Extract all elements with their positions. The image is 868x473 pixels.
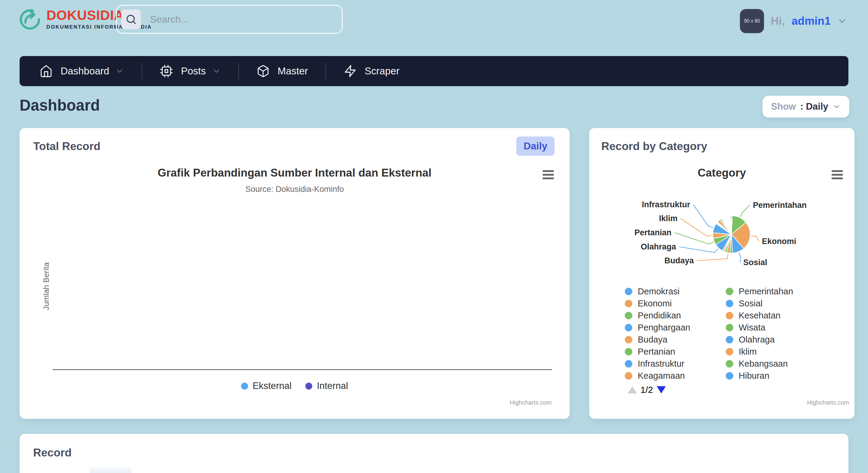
pie-connector-olahraga <box>679 247 718 252</box>
category-pie-chart: PemerintahanEkonomiSosialBudayaOlahragaP… <box>600 193 844 283</box>
legend-dot <box>625 300 632 307</box>
pie-chart-title: Category <box>589 167 855 179</box>
legend-item-internal[interactable]: Internal <box>305 380 348 391</box>
category-legend: DemokrasiEkonomiPendidikanPenghargaanBud… <box>625 285 836 382</box>
highcharts-credits-link[interactable]: Highcharts.com <box>510 399 552 406</box>
category-legend-item-penghargaan[interactable]: Penghargaan <box>625 321 724 334</box>
chevron-down-icon[interactable] <box>837 16 847 26</box>
category-legend-item-demokrasi[interactable]: Demokrasi <box>625 285 724 297</box>
pie-data-label-infrastruktur: Infrastruktur <box>642 200 690 209</box>
category-legend-item-budaya[interactable]: Budaya <box>625 334 724 346</box>
pie-data-label-ekonomi: Ekonomi <box>762 237 796 246</box>
legend-label: Penghargaan <box>638 323 690 333</box>
chevron-down-icon <box>832 102 841 111</box>
logo-icon <box>19 8 41 31</box>
zap-icon <box>344 64 357 78</box>
category-legend-item-pertanian[interactable]: Pertanian <box>625 346 724 357</box>
record-by-category-card: Record by Category Category Pemerintahan… <box>589 128 855 419</box>
highcharts-credits-link[interactable]: Highcharts.com <box>807 399 849 406</box>
legend-label: Kebangsaan <box>739 359 788 369</box>
legend-page-indicator: 1/2 <box>641 385 653 395</box>
legend-dot <box>305 383 312 389</box>
nav-label: Scraper <box>365 65 400 77</box>
home-icon <box>39 64 53 78</box>
pie-connector-sosial <box>739 252 741 262</box>
legend-label: Pemerintahan <box>739 286 793 296</box>
chart-menu-button[interactable] <box>541 169 555 181</box>
category-legend-item-olahraga[interactable]: Olahraga <box>726 334 825 346</box>
nav-item-dashboard[interactable]: Dashboard <box>39 56 142 86</box>
legend-label: Demokrasi <box>638 286 680 296</box>
legend-dot <box>726 300 733 307</box>
category-legend-item-hiburan[interactable]: Hiburan <box>726 370 825 382</box>
legend-dot <box>241 383 248 389</box>
pie-slice-segment-18[interactable] <box>731 216 732 234</box>
category-legend-item-kesehatan[interactable]: Kesehatan <box>726 309 825 321</box>
nav-label: Dashboard <box>61 65 109 77</box>
x-axis-line <box>53 369 552 370</box>
category-legend-item-kebangsaan[interactable]: Kebangsaan <box>726 357 825 370</box>
greeting-text: Hi, <box>771 15 785 27</box>
search-icon[interactable] <box>121 9 141 29</box>
nav-item-scraper[interactable]: Scraper <box>326 56 417 86</box>
avatar[interactable]: 90 x 90 <box>740 9 764 33</box>
username-text: admin1 <box>792 15 831 27</box>
show-filter-dropdown[interactable]: Show : Daily <box>763 96 849 118</box>
legend-dot <box>726 348 733 355</box>
legend-prev-button[interactable] <box>628 386 637 393</box>
user-menu[interactable]: 90 x 90 Hi, admin1 <box>740 9 847 33</box>
category-legend-item-pemerintahan[interactable]: Pemerintahan <box>726 285 825 297</box>
category-legend-item-infrastruktur[interactable]: Infrastruktur <box>625 357 724 370</box>
legend-dot <box>726 288 733 295</box>
legend-label: Olahraga <box>739 335 775 345</box>
pie-data-label-sosial: Sosial <box>743 258 767 267</box>
search-input[interactable] <box>150 14 338 25</box>
record-tab-button[interactable] <box>90 467 132 473</box>
card-title-record: Record <box>33 446 71 459</box>
legend-dot <box>726 312 733 319</box>
chart-subtitle: Source: Dokusidia-Kominfo <box>20 185 569 194</box>
category-legend-item-sosial[interactable]: Sosial <box>726 297 825 309</box>
legend-label: Budaya <box>638 335 667 345</box>
legend-label: Infrastruktur <box>638 359 684 369</box>
show-filter-label: Show <box>771 101 796 112</box>
pie-connector-infrastruktur <box>693 204 713 228</box>
total-record-card: Total Record Daily Grafik Perbandingan S… <box>20 128 569 419</box>
page-title: Dashboard <box>20 96 100 114</box>
pie-data-label-pertanian: Pertanian <box>634 228 672 237</box>
legend-label: Kesehatan <box>739 311 781 321</box>
category-legend-item-iklim[interactable]: Iklim <box>726 346 825 357</box>
pie-data-label-pemerintahan: Pemerintahan <box>753 201 807 210</box>
chart-title: Grafik Perbandingan Sumber Internal dan … <box>20 167 569 179</box>
legend-dot <box>726 360 733 368</box>
card-title-total-record: Total Record <box>33 140 100 153</box>
legend-label: Pertanian <box>638 347 675 357</box>
category-legend-item-ekonomi[interactable]: Ekonomi <box>625 297 724 309</box>
legend-dot <box>625 288 632 295</box>
legend-next-button[interactable] <box>657 386 666 393</box>
legend-label: Hiburan <box>739 371 770 381</box>
category-legend-item-keagamaan[interactable]: Keagamaan <box>625 370 724 382</box>
search-bar <box>116 5 343 34</box>
legend-label: Keagamaan <box>638 371 685 381</box>
dashboard-page: DOKUSIDIA DOKUMENTASI INFORMASI MEDIA 90… <box>0 0 868 473</box>
record-card: Record <box>20 434 848 473</box>
legend-dot <box>625 312 632 319</box>
line-chart-legend: EksternalInternal <box>20 380 569 391</box>
category-legend-column: PemerintahanSosialKesehatanWisataOlahrag… <box>726 285 825 382</box>
legend-dot <box>625 348 632 355</box>
pie-data-label-olahraga: Olahraga <box>641 242 676 251</box>
chevron-down-icon <box>115 67 124 75</box>
legend-dot <box>625 336 632 343</box>
legend-item-eksternal[interactable]: Eksternal <box>241 380 291 391</box>
category-legend-item-wisata[interactable]: Wisata <box>726 321 825 334</box>
legend-label: Iklim <box>739 347 757 357</box>
cpu-icon <box>160 64 173 78</box>
legend-dot <box>625 360 632 368</box>
category-legend-column: DemokrasiEkonomiPendidikanPenghargaanBud… <box>625 285 724 382</box>
pie-data-label-budaya: Budaya <box>664 256 694 265</box>
category-legend-item-pendidikan[interactable]: Pendidikan <box>625 309 724 321</box>
nav-item-posts[interactable]: Posts <box>142 56 239 86</box>
chart-menu-button[interactable] <box>830 169 844 181</box>
nav-item-master[interactable]: Master <box>239 56 326 86</box>
